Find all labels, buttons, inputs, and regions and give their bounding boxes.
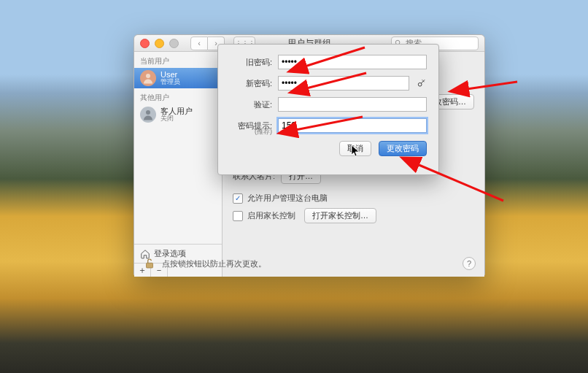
back-button[interactable]: ‹: [190, 36, 208, 50]
lock-row: 点按锁按钮以防止再次更改。: [143, 257, 266, 270]
change-password-sheet: 旧密码: 新密码: 验证: 密码提示: (推荐) 取消 更改密码: [217, 44, 439, 175]
new-password-input[interactable]: [278, 76, 409, 91]
lock-text: 点按锁按钮以防止再次更改。: [162, 258, 266, 269]
user-role: 关闭: [160, 115, 193, 123]
open-parental-button[interactable]: 打开家长控制…: [304, 208, 376, 223]
key-icon[interactable]: [417, 78, 427, 88]
new-password-label: 新密码:: [230, 78, 272, 89]
avatar-icon: [140, 70, 156, 86]
minimize-icon[interactable]: [155, 39, 164, 48]
svg-point-2: [146, 74, 150, 78]
traffic-lights: [140, 39, 179, 48]
confirm-change-password-button[interactable]: 更改密码: [379, 141, 427, 156]
close-icon[interactable]: [140, 39, 150, 48]
lock-open-icon[interactable]: [143, 257, 156, 270]
sidebar-section-other: 其他用户: [134, 88, 222, 104]
sidebar-user-current[interactable]: User 管理员: [134, 68, 222, 88]
sidebar: 当前用户 User 管理员 其他用户 客人用户: [134, 52, 223, 277]
verify-label: 验证:: [230, 99, 272, 110]
allow-admin-label: 允许用户管理这台电脑: [247, 193, 328, 204]
parental-label: 启用家长控制: [247, 210, 295, 221]
zoom-icon[interactable]: [169, 39, 179, 48]
cancel-button[interactable]: 取消: [339, 141, 371, 156]
sidebar-section-current: 当前用户: [134, 52, 222, 68]
password-hint-input[interactable]: [278, 118, 427, 133]
svg-point-3: [146, 110, 150, 115]
avatar-icon: [140, 107, 156, 123]
svg-point-5: [418, 82, 422, 86]
parental-checkbox[interactable]: [233, 211, 243, 221]
old-password-input[interactable]: [278, 55, 427, 69]
verify-password-input[interactable]: [278, 97, 427, 112]
allow-admin-checkbox[interactable]: [233, 193, 243, 204]
sidebar-user-guest[interactable]: 客人用户 关闭: [134, 104, 222, 125]
svg-rect-4: [147, 263, 153, 268]
old-password-label: 旧密码:: [230, 57, 272, 68]
help-button[interactable]: ?: [463, 257, 476, 270]
user-role: 管理员: [160, 79, 180, 86]
